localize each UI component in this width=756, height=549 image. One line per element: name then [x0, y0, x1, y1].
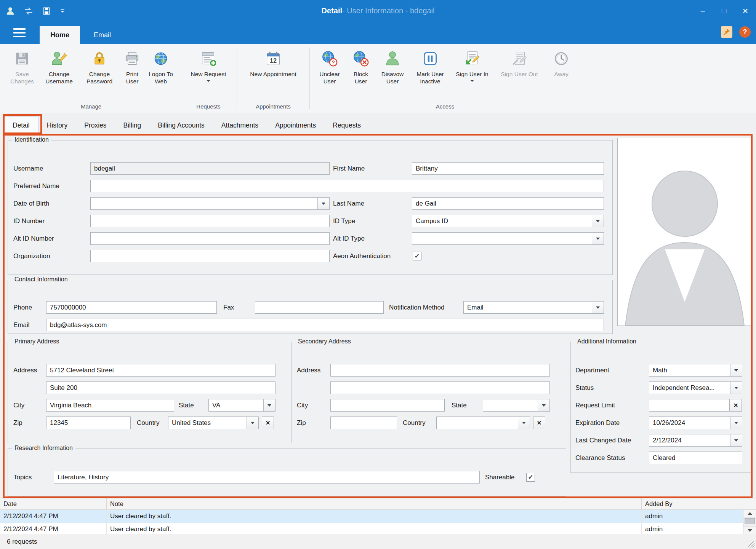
record-tab-requests[interactable]: Requests	[324, 117, 369, 134]
quick-save-icon[interactable]	[42, 6, 51, 16]
primary-city-field[interactable]: Virginia Beach	[46, 399, 174, 412]
primary-address1-field[interactable]: 5712 Cleveland Street	[46, 364, 275, 377]
email-field[interactable]: bdg@atlas-sys.com	[46, 319, 604, 331]
notification-method-dropdown-button[interactable]	[592, 302, 604, 313]
pin-ribbon-icon[interactable]	[721, 26, 732, 38]
primary-address2-field[interactable]: Suite 200	[46, 381, 275, 394]
clearance-status-field[interactable]: Cleared	[649, 452, 742, 464]
disavow-user-button[interactable]: Disavow User	[376, 45, 409, 86]
grid-header-added-by[interactable]: Added By	[642, 498, 743, 509]
alt-id-number-field[interactable]	[90, 232, 330, 245]
organization-field[interactable]	[90, 250, 330, 262]
record-tab-billing[interactable]: Billing	[115, 117, 150, 134]
date-of-birth-field[interactable]	[90, 197, 330, 210]
change-password-button[interactable]: Change Password	[80, 45, 119, 86]
ribbon-tab-email[interactable]: Email	[83, 26, 122, 44]
expiration-date-field[interactable]: 10/26/2024	[649, 417, 742, 429]
away-button[interactable]: Away	[546, 45, 577, 79]
dropdown-caret-icon	[207, 80, 210, 82]
first-name-label: First Name	[333, 162, 365, 175]
quick-access-dropdown-icon[interactable]	[59, 8, 66, 14]
topics-label: Topics	[13, 471, 32, 484]
primary-country-dropdown-button[interactable]	[247, 417, 258, 429]
secondary-address1-field[interactable]	[330, 364, 550, 377]
secondary-country-dropdown-button[interactable]	[518, 417, 530, 429]
department-dropdown-button[interactable]	[730, 364, 742, 376]
unclear-user-button[interactable]: ? Unclear User	[314, 45, 346, 86]
record-tab-attachments[interactable]: Attachments	[213, 117, 267, 134]
menu-icon[interactable]	[7, 22, 32, 44]
primary-state-field[interactable]: VA	[208, 399, 275, 412]
department-field[interactable]: Math	[649, 364, 742, 377]
secondary-zip-field[interactable]	[330, 417, 397, 429]
shareable-checkbox[interactable]: ✓	[526, 473, 535, 482]
help-icon[interactable]: ?	[739, 26, 751, 38]
date-of-birth-dropdown-button[interactable]	[317, 198, 329, 209]
record-tab-proxies[interactable]: Proxies	[76, 117, 115, 134]
grid-scrollbar[interactable]	[743, 510, 756, 534]
record-tab-detail[interactable]: Detail	[4, 117, 38, 134]
new-appointment-icon: 12	[264, 48, 282, 69]
ribbon-group-manage: Save Changes Change Username Change Pass…	[3, 44, 179, 113]
fax-field[interactable]	[255, 301, 384, 314]
block-user-button[interactable]: Block User	[347, 45, 375, 86]
minimize-button[interactable]: –	[692, 0, 713, 22]
primary-country-clear-button[interactable]: ✕	[262, 417, 274, 429]
maximize-button[interactable]: □	[713, 0, 735, 22]
last-changed-date-field[interactable]: 2/12/2024	[649, 434, 742, 447]
first-name-field[interactable]: Brittany	[412, 162, 604, 175]
secondary-country-clear-button[interactable]: ✕	[533, 417, 545, 429]
dropdown-caret-icon	[542, 404, 546, 407]
expiration-date-dropdown-button[interactable]	[730, 417, 742, 429]
record-tab-appointments[interactable]: Appointments	[267, 117, 324, 134]
id-type-dropdown-button[interactable]	[592, 215, 604, 227]
last-changed-date-dropdown-button[interactable]	[730, 434, 742, 446]
alt-id-type-field[interactable]	[412, 232, 604, 245]
grid-row[interactable]: 2/12/2024 4:47 PM User cleared by staff.…	[0, 510, 743, 523]
request-limit-field[interactable]	[649, 399, 730, 412]
close-button[interactable]: ✕	[735, 0, 756, 22]
sign-user-in-button[interactable]: Sign User In	[452, 45, 493, 83]
scroll-up-button[interactable]	[743, 510, 756, 517]
ribbon-tab-home[interactable]: Home	[40, 26, 80, 44]
aeon-authentication-checkbox[interactable]: ✓	[413, 252, 421, 260]
new-request-button[interactable]: New Request	[184, 45, 233, 83]
id-type-field[interactable]: Campus ID	[412, 215, 604, 227]
id-number-field[interactable]	[90, 215, 330, 227]
notification-method-field[interactable]: Email	[463, 301, 604, 314]
phone-field[interactable]: 7570000000	[46, 301, 217, 314]
new-appointment-button[interactable]: 12 New Appointment	[241, 45, 306, 79]
secondary-state-dropdown-button[interactable]	[538, 399, 549, 411]
mark-user-inactive-button[interactable]: Mark User Inactive	[410, 45, 450, 86]
preferred-name-field[interactable]	[90, 180, 604, 192]
primary-zip-field[interactable]: 12345	[46, 417, 131, 429]
secondary-state-field[interactable]	[483, 399, 550, 412]
primary-country-field[interactable]: United States	[168, 417, 259, 429]
alt-id-type-dropdown-button[interactable]	[592, 233, 604, 244]
logon-to-web-button[interactable]: Logon To Web	[146, 45, 176, 86]
primary-state-dropdown-button[interactable]	[263, 399, 275, 411]
switch-user-icon[interactable]	[24, 6, 34, 16]
secondary-country-field[interactable]	[436, 417, 530, 429]
secondary-city-field[interactable]	[330, 399, 445, 412]
scroll-down-button[interactable]	[743, 527, 756, 534]
status-dropdown-button[interactable]	[730, 382, 742, 394]
record-tab-history[interactable]: History	[38, 117, 76, 134]
grid-header-note[interactable]: Note	[107, 498, 642, 509]
grid-header-date[interactable]: Date	[0, 498, 107, 509]
secondary-address2-field[interactable]	[330, 381, 550, 394]
record-tab-billing-accounts[interactable]: Billing Accounts	[149, 117, 213, 134]
request-limit-clear-button[interactable]: ✕	[730, 399, 742, 412]
username-field[interactable]: bdegail	[90, 162, 330, 175]
grid-row[interactable]: 2/12/2024 4:47 PM User cleared by staff.…	[0, 523, 743, 534]
status-field[interactable]: Independent Resea...	[649, 381, 742, 394]
scrollbar-thumb[interactable]	[745, 518, 755, 524]
last-name-field[interactable]: de Gail	[412, 197, 604, 210]
new-request-icon	[200, 48, 217, 69]
sign-user-out-button[interactable]: Sign User Out	[494, 45, 545, 79]
save-changes-button[interactable]: Save Changes	[6, 45, 38, 86]
resize-grip[interactable]	[748, 541, 754, 547]
topics-field[interactable]: Literature, History	[54, 471, 480, 484]
print-user-button[interactable]: Print User	[120, 45, 144, 86]
change-username-button[interactable]: Change Username	[40, 45, 78, 86]
